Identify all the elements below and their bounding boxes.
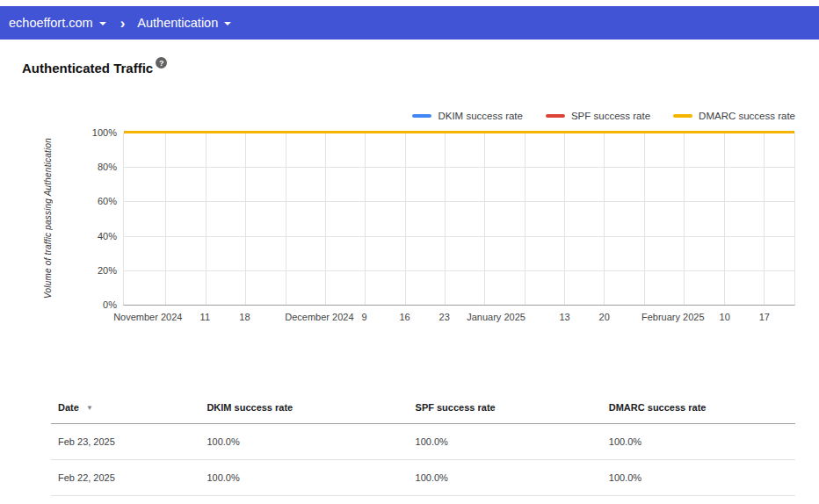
y-tick-label: 100% [92, 127, 117, 138]
cell-value: 100.0% [199, 424, 408, 460]
v-gridline [365, 133, 366, 305]
column-header-dkim[interactable]: DKIM success rate [199, 392, 408, 424]
cell-value: 100.0% [409, 424, 602, 460]
series-line-dmarc [124, 131, 794, 133]
legend-label-dmarc: DMARC success rate [699, 111, 795, 121]
v-gridline [165, 133, 166, 305]
v-gridline [245, 133, 246, 305]
x-tick-label: 9 [362, 312, 367, 322]
x-tick-label: December 2024 [285, 312, 353, 322]
cell-value: 100.0% [602, 424, 795, 460]
h-gridline [124, 201, 794, 202]
domain-selector[interactable]: echoeffort.com [9, 16, 106, 30]
x-tick-label: January 2025 [467, 312, 525, 322]
y-tick-label: 60% [98, 196, 117, 206]
v-gridline [286, 133, 286, 305]
v-gridline [445, 133, 446, 305]
h-gridline [124, 270, 794, 271]
traffic-table-section: Date ▼ DKIM success rate SPF success rat… [51, 392, 795, 496]
table-row: Feb 23, 2025100.0%100.0%100.0% [51, 424, 795, 460]
chart-legend: DKIM success rateSPF success rateDMARC s… [123, 110, 795, 122]
x-tick-label: February 2025 [641, 312, 705, 322]
authenticated-traffic-chart: DKIM success rateSPF success rateDMARC s… [123, 110, 795, 328]
v-gridline [484, 133, 485, 305]
legend-swatch-dmarc-icon [673, 114, 692, 118]
column-header-label: DKIM success rate [207, 402, 293, 413]
v-gridline [684, 133, 685, 305]
v-gridline [206, 133, 207, 305]
page-title: Authenticated Traffic [22, 61, 153, 76]
cell-date: Feb 22, 2025 [51, 460, 199, 496]
x-tick-label: 16 [399, 312, 410, 322]
column-header-label: SPF success rate [416, 402, 496, 413]
cell-value: 100.0% [602, 460, 795, 496]
report-type-selector[interactable]: Authentication [137, 16, 231, 30]
caret-down-icon [224, 22, 231, 25]
legend-swatch-dkim-icon [412, 114, 431, 118]
x-tick-label: November 2024 [113, 312, 182, 322]
legend-label-dkim: DKIM success rate [438, 111, 523, 121]
v-gridline [644, 133, 645, 305]
column-header-label: DMARC success rate [609, 402, 707, 413]
page-title-row: Authenticated Traffic ? [22, 61, 819, 76]
cell-value: 100.0% [199, 460, 408, 496]
cell-date: Feb 23, 2025 [51, 424, 199, 460]
table-row: Feb 22, 2025100.0%100.0%100.0% [51, 460, 795, 496]
legend-item-dkim[interactable]: DKIM success rate [412, 110, 523, 122]
column-header-date[interactable]: Date ▼ [51, 392, 199, 424]
x-axis-ticks: November 20241118December 202491623Janua… [123, 306, 795, 328]
column-header-label: Date [58, 402, 79, 413]
domain-selector-label: echoeffort.com [9, 16, 93, 30]
x-tick-label: 18 [239, 312, 250, 322]
legend-label-spf: SPF success rate [571, 111, 650, 121]
x-tick-label: 23 [439, 312, 450, 322]
v-gridline [724, 133, 725, 305]
plot-area: 0%20%40%60%80%100% Volume of traffic pas… [123, 133, 795, 306]
breadcrumb-chevron-icon: › [120, 16, 126, 31]
h-gridline [124, 236, 794, 237]
legend-swatch-spf-icon [546, 114, 565, 118]
y-axis-title: Volume of traffic passing Authentication [43, 133, 53, 305]
report-type-label: Authentication [137, 16, 218, 30]
table-body: Feb 23, 2025100.0%100.0%100.0%Feb 22, 20… [51, 424, 795, 496]
traffic-data-table: Date ▼ DKIM success rate SPF success rat… [51, 392, 795, 496]
x-tick-label: 17 [759, 312, 770, 322]
y-tick-label: 40% [98, 231, 117, 241]
table-header-row: Date ▼ DKIM success rate SPF success rat… [51, 392, 795, 424]
y-tick-label: 0% [103, 299, 117, 310]
cell-value: 100.0% [409, 460, 602, 496]
sort-descending-icon: ▼ [86, 404, 93, 412]
x-tick-label: 10 [720, 312, 730, 322]
x-tick-label: 11 [200, 312, 210, 322]
x-tick-label: 20 [599, 312, 610, 322]
postmaster-dashboard-page: echoeffort.com › Authentication Authenti… [0, 0, 819, 504]
legend-item-spf[interactable]: SPF success rate [546, 110, 650, 122]
x-tick-label: 13 [559, 312, 569, 322]
column-header-dmarc[interactable]: DMARC success rate [602, 392, 795, 424]
v-gridline [604, 133, 605, 305]
v-gridline [764, 133, 765, 305]
top-navigation-bar: echoeffort.com › Authentication [0, 6, 819, 40]
help-icon[interactable]: ? [156, 57, 167, 68]
v-gridline [325, 133, 326, 305]
y-axis-ticks: 0%20%40%60%80%100% [78, 133, 117, 305]
v-gridline [525, 133, 525, 305]
v-gridline [564, 133, 565, 305]
column-header-spf[interactable]: SPF success rate [409, 392, 602, 424]
y-tick-label: 80% [98, 162, 117, 172]
h-gridline [124, 167, 794, 168]
caret-down-icon [99, 22, 106, 25]
v-gridline [405, 133, 406, 305]
y-tick-label: 20% [98, 265, 117, 276]
legend-item-dmarc[interactable]: DMARC success rate [673, 110, 795, 122]
